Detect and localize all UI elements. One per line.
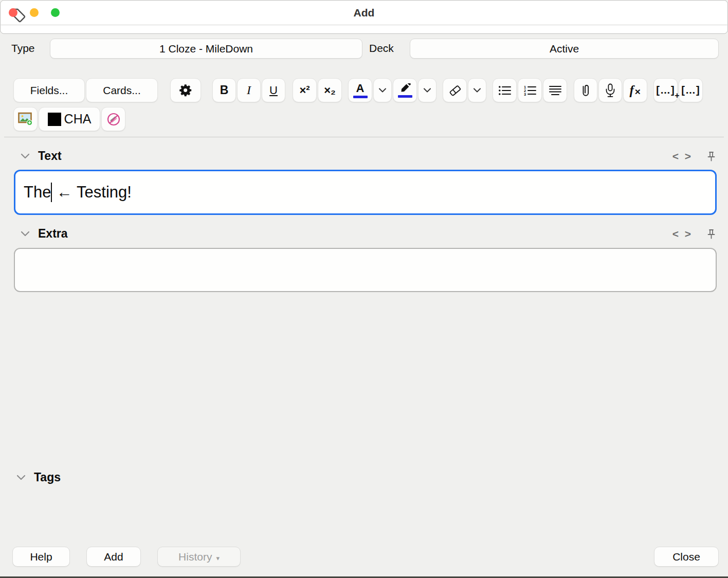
add-button[interactable]: Add xyxy=(86,547,141,567)
add-image-button[interactable] xyxy=(13,107,38,131)
text-after-cursor: ← Testing! xyxy=(52,183,132,202)
cloze-deletion-button[interactable]: […]+ xyxy=(653,78,678,102)
minimize-window-button[interactable] xyxy=(30,8,39,17)
function-icon: f✕ xyxy=(630,83,641,98)
text-field-header: Text < > xyxy=(21,149,716,163)
text-collapse-toggle[interactable] xyxy=(21,153,30,159)
cloze-same-card-button[interactable]: […] xyxy=(679,78,703,102)
titlebar: Add xyxy=(0,0,728,25)
text-color-swatch xyxy=(353,96,368,98)
pin-icon[interactable] xyxy=(707,151,716,161)
add-note-window: Add Type 1 Cloze - MileDown Deck Active … xyxy=(0,0,728,578)
chevron-down-icon xyxy=(474,88,481,93)
notetype-selector[interactable]: 1 Cloze - MileDown xyxy=(50,39,362,59)
underline-button[interactable]: U xyxy=(262,78,285,102)
html-code-icon[interactable]: < > xyxy=(672,150,693,162)
highlight-color-dropdown-button[interactable] xyxy=(418,78,436,102)
deck-label: Deck xyxy=(369,42,394,55)
close-button[interactable]: Close xyxy=(654,547,719,567)
text-color-button[interactable]: A xyxy=(348,78,372,102)
cloze-same-icon: […] xyxy=(681,84,700,96)
extra-field-header: Extra < > xyxy=(21,227,716,241)
cards-button[interactable]: Cards... xyxy=(86,78,158,102)
add-image-icon xyxy=(18,112,33,126)
eraser-icon xyxy=(448,84,462,97)
chevron-down-icon xyxy=(21,231,30,237)
html-code-icon[interactable]: < > xyxy=(672,228,693,240)
history-button[interactable]: History▾ xyxy=(157,547,241,567)
text-color-dropdown-button[interactable] xyxy=(373,78,392,102)
help-button[interactable]: Help xyxy=(12,547,70,567)
toolbar-divider xyxy=(4,137,724,137)
text-field-label: Text xyxy=(38,149,62,163)
cloze-brackets: […] xyxy=(656,84,675,96)
pin-icon[interactable] xyxy=(707,229,716,239)
deck-selector[interactable]: Active xyxy=(410,39,719,59)
record-audio-button[interactable] xyxy=(598,78,622,102)
chevron-down-icon xyxy=(16,475,26,480)
close-window-button[interactable] xyxy=(9,8,17,17)
attach-file-button[interactable] xyxy=(574,78,597,102)
fields-button[interactable]: Fields... xyxy=(13,78,85,102)
maximize-window-button[interactable] xyxy=(51,8,60,17)
window-title: Add xyxy=(0,0,728,25)
microphone-icon xyxy=(604,83,616,98)
highlight-color-button[interactable] xyxy=(393,78,417,102)
remove-formatting-dropdown-button[interactable] xyxy=(468,78,486,102)
italic-button[interactable]: I xyxy=(237,78,261,102)
settings-button[interactable] xyxy=(170,78,201,102)
justify-button[interactable] xyxy=(543,78,567,102)
type-label: Type xyxy=(11,42,35,55)
traffic-lights xyxy=(9,8,60,17)
extra-field-input[interactable] xyxy=(14,248,717,292)
text-before-cursor: The xyxy=(24,183,51,202)
text-field-input[interactable]: The ← Testing! xyxy=(14,170,717,215)
subscript-button[interactable]: ×₂ xyxy=(318,78,342,102)
extra-field-label: Extra xyxy=(38,227,68,241)
cloze-new-icon: […]+ xyxy=(656,84,675,96)
chevron-down-icon xyxy=(21,153,30,159)
cloze-plus-sign: + xyxy=(675,91,680,100)
text-color-letter: A xyxy=(356,83,365,94)
tags-header: Tags xyxy=(16,471,716,484)
numbered-list-button[interactable]: 123 xyxy=(518,78,542,102)
justify-icon xyxy=(549,84,562,97)
bold-button[interactable]: B xyxy=(212,78,236,102)
gear-icon xyxy=(179,83,193,97)
history-dropdown-arrow: ▾ xyxy=(216,554,220,562)
bullet-list-button[interactable] xyxy=(493,78,517,102)
superscript-button[interactable]: ×² xyxy=(293,78,317,102)
paperclip-icon xyxy=(579,83,592,98)
tags-label: Tags xyxy=(34,471,61,484)
no-highlight-icon xyxy=(106,112,121,127)
cloze-brackets: […] xyxy=(681,84,700,96)
remove-formatting-button[interactable] xyxy=(443,78,467,102)
chevron-down-icon xyxy=(379,88,386,93)
black-square-icon xyxy=(48,113,61,126)
extra-collapse-toggle[interactable] xyxy=(21,231,30,237)
bullet-list-icon xyxy=(498,84,512,97)
cha-label: CHA xyxy=(64,112,92,127)
history-label: History xyxy=(178,551,212,563)
highlight-color-swatch xyxy=(398,95,412,98)
cha-addon-button[interactable]: CHA xyxy=(39,107,100,131)
numbered-list-icon: 123 xyxy=(523,84,537,97)
chevron-down-icon xyxy=(424,88,431,93)
editor-toolbar: Fields... Cards... B I U ×² ×₂ A xyxy=(13,78,704,102)
addon-toolbar: CHA xyxy=(13,107,126,131)
highlighter-icon xyxy=(399,83,411,94)
tags-collapse-toggle[interactable] xyxy=(16,475,26,480)
no-highlight-addon-button[interactable] xyxy=(101,107,125,131)
equations-button[interactable]: f✕ xyxy=(623,78,647,102)
svg-text:3: 3 xyxy=(524,92,526,96)
